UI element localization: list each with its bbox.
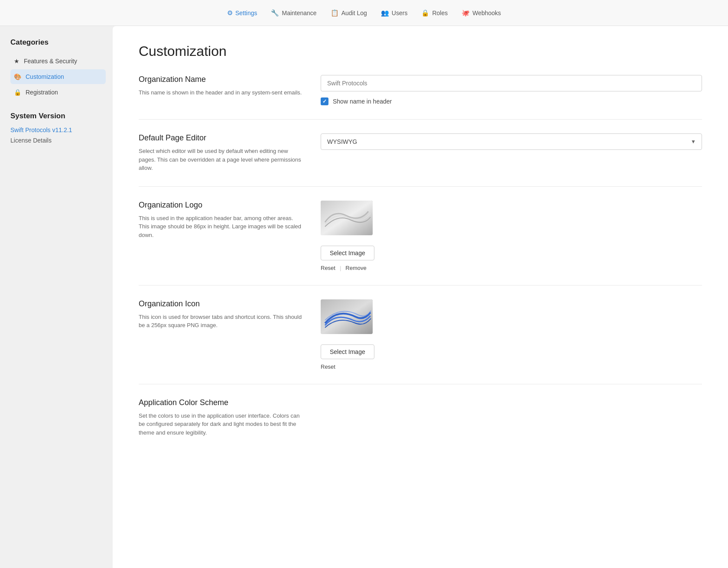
roles-nav-icon: 🔒 — [421, 9, 429, 17]
org-icon-actions: Select Image Reset — [321, 344, 374, 370]
app-color-section: Application Color Scheme Set the colors … — [139, 384, 702, 437]
settings-nav-icon: ⚙ — [227, 9, 233, 17]
show-name-header-row: Show name in header — [321, 97, 702, 105]
star-icon: ★ — [14, 58, 20, 65]
sidebar: Categories ★ Features & Security 🎨 Custo… — [0, 26, 113, 568]
org-logo-reset-link[interactable]: Reset — [321, 265, 335, 271]
sidebar-item-customization[interactable]: 🎨 Customization — [10, 69, 106, 84]
default-editor-left: Default Page Editor Select which editor … — [139, 133, 303, 172]
default-editor-title: Default Page Editor — [139, 133, 303, 143]
nav-item-label-roles: Roles — [432, 10, 448, 16]
sidebar-item-label: Features & Security — [24, 58, 77, 65]
sidebar-item-label: Registration — [26, 89, 58, 96]
org-logo-preview — [321, 201, 373, 235]
show-name-header-checkbox[interactable] — [321, 97, 328, 105]
page-title: Customization — [139, 43, 702, 59]
org-name-section: Organization Name This name is shown in … — [139, 75, 702, 120]
nav-item-users[interactable]: 👥Users — [381, 9, 408, 17]
org-name-right: Swift Protocols Show name in header — [321, 75, 702, 105]
paint-icon: 🎨 — [14, 73, 21, 80]
org-logo-actions: Select Image Reset | Remove — [321, 246, 374, 271]
system-version-section: System Version Swift Protocols v11.2.1 L… — [10, 112, 113, 145]
maintenance-nav-icon: 🔧 — [271, 9, 279, 17]
license-details-link[interactable]: License Details — [10, 136, 113, 145]
nav-item-label-settings: Settings — [235, 10, 257, 16]
org-name-left: Organization Name This name is shown in … — [139, 75, 303, 97]
org-name-desc: This name is shown in the header and in … — [139, 88, 303, 97]
nav-item-roles[interactable]: 🔒Roles — [421, 9, 448, 17]
nav-item-audit-log[interactable]: 📋Audit Log — [331, 9, 367, 17]
nav-item-webhooks[interactable]: 🐙Webhooks — [462, 9, 501, 17]
webhooks-nav-icon: 🐙 — [462, 9, 470, 17]
org-icon-right: Select Image Reset — [321, 299, 702, 370]
nav-item-label-users: Users — [392, 10, 408, 16]
layout: Categories ★ Features & Security 🎨 Custo… — [0, 26, 728, 568]
system-version-title: System Version — [10, 112, 113, 120]
org-icon-left: Organization Icon This icon is used for … — [139, 299, 303, 330]
org-logo-desc: This is used in the application header b… — [139, 214, 303, 240]
org-icon-reset-link[interactable]: Reset — [321, 364, 335, 370]
app-color-title: Application Color Scheme — [139, 398, 303, 407]
org-logo-link-row: Reset | Remove — [321, 265, 367, 271]
org-logo-title: Organization Logo — [139, 201, 303, 210]
org-logo-image — [321, 201, 373, 235]
org-icon-image — [321, 299, 373, 334]
nav-item-label-maintenance: Maintenance — [282, 10, 316, 16]
lock-icon: 🔒 — [14, 89, 21, 96]
users-nav-icon: 👥 — [381, 9, 389, 17]
org-logo-section: Organization Logo This is used in the ap… — [139, 187, 702, 286]
audit-log-nav-icon: 📋 — [331, 9, 339, 17]
default-editor-desc: Select which editor will be used by defa… — [139, 147, 303, 172]
top-nav: ⚙Settings🔧Maintenance📋Audit Log👥Users🔒Ro… — [0, 0, 728, 26]
nav-item-label-webhooks: Webhooks — [472, 10, 501, 16]
app-color-left: Application Color Scheme Set the colors … — [139, 398, 303, 437]
app-color-desc: Set the colors to use in the application… — [139, 412, 303, 437]
default-editor-right: WYSIWYG Markdown Plain Text ▼ — [321, 133, 702, 150]
org-icon-desc: This icon is used for browser tabs and s… — [139, 313, 303, 330]
org-icon-select-image-button[interactable]: Select Image — [321, 344, 374, 359]
org-logo-remove-link[interactable]: Remove — [345, 265, 366, 271]
sidebar-item-label: Customization — [26, 73, 64, 80]
nav-item-label-audit-log: Audit Log — [341, 10, 367, 16]
editor-select-wrapper: WYSIWYG Markdown Plain Text ▼ — [321, 133, 702, 150]
default-editor-section: Default Page Editor Select which editor … — [139, 120, 702, 187]
org-icon-preview — [321, 299, 373, 334]
version-link[interactable]: Swift Protocols v11.2.1 — [10, 126, 113, 134]
org-logo-select-image-button[interactable]: Select Image — [321, 246, 374, 260]
sidebar-item-features-security[interactable]: ★ Features & Security — [10, 54, 106, 68]
org-name-title: Organization Name — [139, 75, 303, 84]
org-logo-right: Select Image Reset | Remove — [321, 201, 702, 271]
nav-item-settings[interactable]: ⚙Settings — [227, 9, 257, 17]
org-name-input[interactable]: Swift Protocols — [321, 75, 702, 91]
sidebar-item-registration[interactable]: 🔒 Registration — [10, 85, 106, 100]
org-icon-section: Organization Icon This icon is used for … — [139, 286, 702, 384]
main-content: Customization Organization Name This nam… — [113, 26, 728, 568]
show-name-header-label: Show name in header — [333, 98, 392, 105]
nav-item-maintenance[interactable]: 🔧Maintenance — [271, 9, 316, 17]
org-icon-title: Organization Icon — [139, 299, 303, 308]
editor-select[interactable]: WYSIWYG Markdown Plain Text — [321, 133, 702, 150]
org-logo-left: Organization Logo This is used in the ap… — [139, 201, 303, 240]
categories-title: Categories — [10, 38, 113, 47]
org-logo-separator: | — [340, 265, 341, 271]
org-icon-link-row: Reset — [321, 364, 335, 370]
